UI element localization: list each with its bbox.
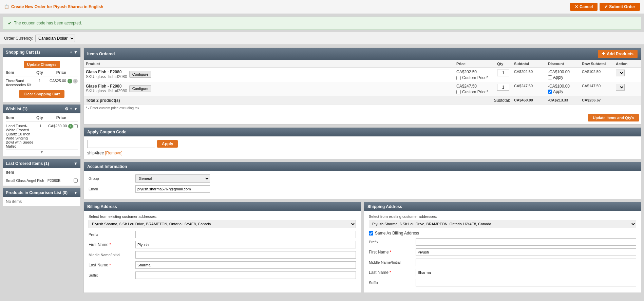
shipping-address-select[interactable]: Piyush Sharma, 6 Sir Lou Drive, BRAMPTON… bbox=[369, 220, 636, 228]
cart-item-delete-icon[interactable]: × bbox=[73, 79, 78, 83]
col-price: Price bbox=[454, 60, 495, 68]
cart-add-icon[interactable]: + bbox=[70, 50, 72, 55]
coupon-code-display: ship4free [Remove] bbox=[87, 151, 638, 155]
action-cell-2 bbox=[614, 82, 641, 96]
coupon-section: Apply Coupon Code Apply ship4free [Remov… bbox=[83, 127, 641, 159]
items-table-header-row: Product Price Qty Subtotal Discount Row … bbox=[84, 60, 641, 68]
update-items-button[interactable]: Update Items and Qty's bbox=[588, 114, 639, 121]
custom-price-checkbox-1[interactable] bbox=[456, 76, 461, 80]
price-cell-1: CA$202.50 Custom Price* bbox=[454, 68, 495, 82]
cart-scroll-icon[interactable]: ▼ bbox=[74, 50, 78, 55]
last-ordered-column-headers: Item bbox=[6, 170, 78, 176]
billing-lastname-input[interactable] bbox=[135, 261, 356, 269]
discount-apply-checkbox-1[interactable] bbox=[548, 75, 552, 79]
cancel-button[interactable]: ✕ Cancel bbox=[570, 3, 598, 11]
currency-select[interactable]: Canadian Dollar bbox=[35, 35, 75, 42]
shopping-cart-body: Update Changes Item Qty Price TheraBand … bbox=[3, 57, 80, 102]
update-changes-button[interactable]: Update Changes bbox=[24, 61, 60, 68]
plus-icon: ✚ bbox=[602, 52, 605, 56]
wishlist-item-checkbox[interactable] bbox=[74, 124, 78, 128]
account-header: Account Information bbox=[84, 162, 641, 171]
email-input[interactable] bbox=[135, 185, 210, 193]
qty-cell-1 bbox=[495, 68, 512, 82]
product-cell-2: Glass Fish - F2980 SKU: glass_fish=f2980… bbox=[84, 82, 454, 96]
qty-input-1[interactable] bbox=[497, 70, 509, 76]
custom-price-checkbox-2[interactable] bbox=[456, 90, 461, 94]
billing-address-select[interactable]: Piyush Sharma, 6 Sir Lou Drive, BRAMPTON… bbox=[89, 220, 356, 228]
submit-order-button[interactable]: ✔ Submit Order bbox=[600, 3, 640, 11]
main-layout: Shopping Cart (1) + ▼ Update Changes Ite… bbox=[0, 45, 644, 296]
col-subtotal: Subtotal bbox=[512, 60, 546, 68]
billing-header: Billing Address bbox=[84, 202, 361, 211]
subtotal-cell-1: CA$202.50 bbox=[512, 68, 546, 82]
wishlist-body: Item Qty Price Hand Tuned-White Frosted … bbox=[3, 113, 80, 156]
page-header: 📋 Create New Order for Piyush Sharma in … bbox=[0, 0, 644, 14]
billing-firstname-input[interactable] bbox=[135, 241, 356, 248]
coupon-remove-link[interactable]: [Remove] bbox=[105, 151, 122, 155]
subtotal-cell-2: CA$247.50 bbox=[512, 82, 546, 96]
billing-middlename-row: Middle Name/Initial bbox=[89, 251, 356, 259]
same-as-billing-row: Same As Billing Address bbox=[369, 231, 636, 236]
group-select[interactable]: General bbox=[135, 174, 210, 183]
billing-section: Billing Address Select from existing cus… bbox=[83, 202, 361, 293]
last-ordered-section: Last Ordered Items (1) ▼ Item Small Glas… bbox=[3, 159, 81, 186]
billing-select-label: Select from existing customer addresses: bbox=[89, 214, 356, 219]
row-subtotal-cell-1: CA$102.50 bbox=[580, 68, 614, 82]
billing-firstname-row: First Name * bbox=[89, 241, 356, 248]
product-cell-1: Glass Fish - F2080 SKU: glass_fish=f2080… bbox=[84, 68, 454, 82]
wishlist-scroll-down[interactable]: ▼ bbox=[6, 150, 78, 154]
shipping-lastname-input[interactable] bbox=[416, 269, 636, 276]
col-row-subtotal: Row Subtotal bbox=[580, 60, 614, 68]
col-qty: Qty bbox=[495, 60, 512, 68]
action-select-2[interactable] bbox=[616, 84, 625, 91]
coupon-input[interactable] bbox=[87, 140, 155, 148]
configure-button-2[interactable]: Configure bbox=[129, 85, 152, 92]
clear-shopping-cart-button[interactable]: Clear Shopping Cart bbox=[19, 90, 64, 98]
shipping-suffix-input[interactable] bbox=[416, 279, 636, 286]
billing-form: Select from existing customer addresses:… bbox=[84, 211, 361, 285]
email-row: Email bbox=[89, 185, 636, 193]
qty-input-2[interactable] bbox=[497, 84, 509, 91]
account-form: Group General Email bbox=[84, 171, 641, 199]
sidebar: Shopping Cart (1) + ▼ Update Changes Ite… bbox=[3, 48, 81, 293]
billing-middlename-input[interactable] bbox=[135, 251, 356, 259]
wishlist-header: Wishlist (1) ⚙ + ▼ bbox=[3, 105, 80, 113]
shipping-middlename-input[interactable] bbox=[416, 259, 636, 266]
shipping-lastname-row: Last Name * bbox=[369, 269, 636, 276]
wishlist-settings-icon[interactable]: ⚙ bbox=[65, 107, 69, 111]
shipping-suffix-row: Suffix bbox=[369, 279, 636, 286]
wishlist-add-icon[interactable]: + bbox=[70, 107, 72, 111]
billing-suffix-input[interactable] bbox=[135, 271, 356, 279]
action-cell-1 bbox=[614, 68, 641, 82]
page-title: 📋 Create New Order for Piyush Sharma in … bbox=[4, 4, 103, 9]
wishlist-column-headers: Item Qty Price bbox=[6, 115, 78, 121]
shopping-cart-section: Shopping Cart (1) + ▼ Update Changes Ite… bbox=[3, 48, 81, 102]
coupon-input-row: Apply bbox=[87, 140, 638, 148]
cart-item-add-icon[interactable]: + bbox=[68, 79, 72, 83]
add-products-button[interactable]: ✚ Add Products bbox=[598, 50, 638, 58]
billing-prefix-input[interactable] bbox=[135, 231, 356, 238]
total-row-subtotal: CA$236.67 bbox=[580, 96, 614, 105]
shipping-firstname-input[interactable] bbox=[416, 248, 636, 256]
items-ordered-section: Items Ordered ✚ Add Products Product Pri… bbox=[83, 48, 641, 125]
wishlist-item-add-icon[interactable]: + bbox=[68, 124, 73, 129]
address-layout: Billing Address Select from existing cus… bbox=[83, 202, 641, 293]
total-products-label: Total 2 product(s) Subtotal: bbox=[84, 96, 512, 105]
wishlist-scroll-icon[interactable]: ▼ bbox=[74, 107, 78, 111]
coupon-body: Apply ship4free [Remove] bbox=[84, 136, 641, 159]
col-discount: Discount bbox=[546, 60, 580, 68]
shipping-prefix-input[interactable] bbox=[416, 238, 636, 246]
discount-apply-checkbox-2[interactable] bbox=[548, 90, 552, 94]
last-ordered-scroll-icon[interactable]: ▼ bbox=[74, 161, 78, 166]
coupon-apply-button[interactable]: Apply bbox=[157, 140, 178, 148]
last-ordered-checkbox[interactable] bbox=[74, 178, 78, 183]
shipping-firstname-row: First Name * bbox=[369, 248, 636, 256]
account-section: Account Information Group General Email bbox=[83, 162, 641, 199]
configure-button-1[interactable]: Configure bbox=[129, 71, 152, 78]
total-discount: -CA$213.33 bbox=[546, 96, 580, 105]
total-subtotal: CA$450.00 bbox=[512, 96, 546, 105]
billing-prefix-row: Prefix bbox=[89, 231, 356, 238]
same-as-billing-checkbox[interactable] bbox=[369, 231, 373, 236]
comparison-scroll-icon[interactable]: ▼ bbox=[74, 190, 78, 195]
action-select-1[interactable] bbox=[616, 70, 625, 76]
